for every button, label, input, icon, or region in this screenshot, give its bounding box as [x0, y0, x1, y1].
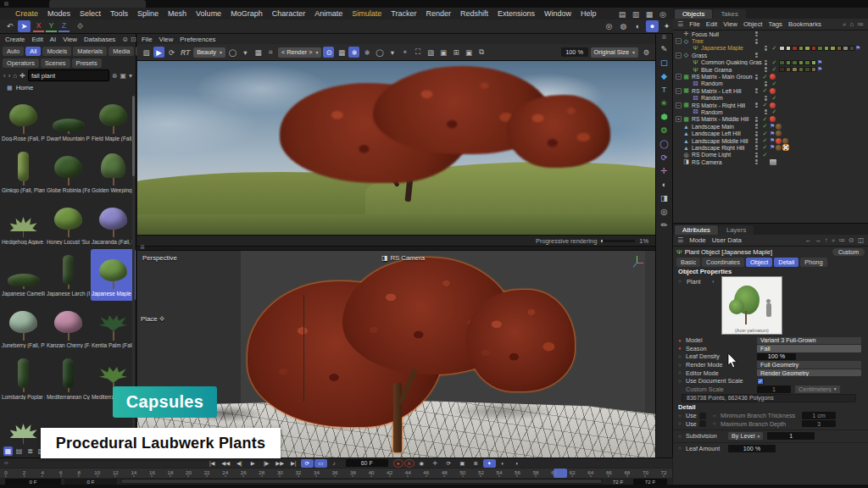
material-icon[interactable]: ✏: [656, 219, 672, 231]
param-value[interactable]: 1 cm: [802, 412, 836, 419]
objects-menu-item[interactable]: Object: [743, 20, 763, 28]
custom-scale-field[interactable]: 1: [757, 385, 791, 393]
material-swatch[interactable]: [830, 46, 836, 52]
image-icon[interactable]: ▣: [437, 47, 448, 58]
range-start-field2[interactable]: 0 F: [64, 479, 117, 485]
RS Matrix - Right Hill[interactable]: − ▦ RS Matrix - Right Hill ✓: [673, 102, 868, 108]
place-tool-label[interactable]: Place ✥: [141, 315, 164, 323]
timeline-ruler[interactable]: 0246810121416182022242628303234363840424…: [0, 468, 672, 478]
deformer-icon[interactable]: ⚙: [656, 124, 672, 136]
tag-strip[interactable]: ⚑: [779, 59, 868, 66]
Focus Null[interactable]: ✛ Focus Null ✓: [673, 30, 868, 37]
account-icon[interactable]: ◎: [658, 9, 668, 19]
render-view-icon[interactable]: ▤: [617, 9, 627, 19]
Common Quaking Grass[interactable]: Ψ Common Quaking Grass ✓ ⚑: [673, 59, 868, 66]
material-swatch[interactable]: [837, 46, 843, 52]
expand-icon[interactable]: ⛶: [412, 47, 423, 58]
list-view-icon[interactable]: ▤: [14, 446, 24, 456]
render-settings-icon[interactable]: ▦: [644, 9, 654, 19]
objects-menu-item[interactable]: Tags: [769, 20, 782, 28]
Honey Locust 'Sunbur...[interactable]: Honey Locust 'Sunbur...: [46, 197, 91, 249]
spline-text-icon[interactable]: T: [656, 83, 672, 96]
search-icon[interactable]: ⌕: [843, 20, 846, 29]
attributes-menu-item[interactable]: User Data: [712, 236, 742, 244]
enabled-check-icon[interactable]: ✓: [760, 74, 770, 80]
attribute-section-tab[interactable]: Object: [746, 258, 772, 267]
Dog-Rose (Fall, Plant)[interactable]: Dog-Rose (Fall, Plant): [1, 94, 46, 146]
objects-tab[interactable]: Takes: [713, 9, 745, 19]
menu-item[interactable]: Modes: [47, 9, 70, 18]
objects-menu-item[interactable]: File: [689, 20, 700, 28]
tag-strip[interactable]: ⚑: [770, 130, 868, 137]
picker-icon[interactable]: ◯: [374, 47, 385, 58]
asset-tab[interactable]: All: [25, 47, 41, 56]
gear-icon[interactable]: ⚙: [641, 47, 652, 58]
attribute-section-tab[interactable]: Phong: [800, 258, 826, 267]
RS Matrix - Left Hill[interactable]: − ▦ RS Matrix - Left Hill ✓: [673, 87, 868, 94]
asset-menu-item[interactable]: Edit: [31, 36, 42, 43]
object-name[interactable]: Random: [701, 95, 762, 101]
rigidbody-icon[interactable]: ●: [646, 20, 659, 32]
visibility-dots[interactable]: [753, 138, 760, 143]
menu-item[interactable]: MoGraph: [231, 9, 263, 18]
record-icon[interactable]: ●: [393, 459, 403, 468]
menu-item[interactable]: Character: [272, 9, 306, 18]
search-options-icon[interactable]: ▾: [129, 72, 132, 80]
material-swatch[interactable]: [824, 46, 830, 52]
Japanese Maple[interactable]: Ψ Japanese Maple ✓ ⚑: [673, 45, 868, 52]
dock-icon[interactable]: ⊡: [131, 36, 136, 44]
annotation-tag-icon[interactable]: ⚑: [770, 123, 775, 130]
tag-strip[interactable]: [770, 159, 868, 165]
viewport-camera-menu[interactable]: ◨ RS Camera: [381, 254, 425, 262]
visibility-dots[interactable]: [762, 96, 770, 101]
autokey-icon[interactable]: A: [404, 459, 415, 468]
material-swatch[interactable]: [786, 46, 792, 52]
Blue Grama[interactable]: Ψ Blue Grama ✓ ⚑: [673, 66, 868, 73]
document-tab[interactable]: [49, 0, 146, 8]
Hedgehog Agave (Fall...[interactable]: Hedgehog Agave (Fall...: [1, 197, 46, 249]
Landscape Main[interactable]: ▲ Landscape Main ✓ ⚑: [673, 123, 868, 130]
enabled-check-icon[interactable]: ✓: [760, 144, 770, 151]
copy-icon[interactable]: ⧉: [476, 47, 487, 58]
next-frame-icon[interactable]: |▶: [260, 459, 273, 468]
pla-key-icon[interactable]: ✦: [483, 459, 496, 468]
asset-tab[interactable]: Media: [108, 47, 134, 56]
RS Matrix - Main Ground[interactable]: − ▦ RS Matrix - Main Ground ✓: [673, 73, 868, 80]
use-document-scale-checkbox[interactable]: ✓: [757, 378, 764, 385]
enabled-check-icon[interactable]: ✓: [770, 108, 779, 115]
compare-icon[interactable]: ❄: [361, 47, 372, 58]
asset-subtab[interactable]: Operators: [3, 58, 39, 68]
generator-icon[interactable]: ✳: [656, 97, 672, 109]
visibility-dots[interactable]: [753, 152, 760, 158]
asset-menu-item[interactable]: Databases: [84, 36, 115, 43]
visibility-dots[interactable]: [753, 145, 760, 150]
enabled-check-icon[interactable]: ✓: [760, 123, 770, 130]
render-view-menu[interactable]: File: [142, 36, 153, 43]
annotation-tag-icon[interactable]: ⚑: [817, 59, 822, 66]
range-end-field[interactable]: 72 F: [633, 479, 667, 485]
brown-tag-icon[interactable]: [782, 138, 788, 144]
panel-menu-icon[interactable]: ☰: [677, 236, 683, 244]
object-name[interactable]: Focus Null: [692, 31, 753, 37]
menu-item[interactable]: Window: [544, 9, 571, 18]
next-key-icon[interactable]: ▶▶: [274, 459, 287, 468]
loop-icon[interactable]: ⟳: [301, 459, 314, 468]
menu-item[interactable]: Tools: [110, 9, 128, 18]
layout-icon[interactable]: ⊜: [122, 36, 128, 44]
axis-lock-button[interactable]: Z: [58, 21, 70, 32]
collider-icon[interactable]: ✦: [660, 20, 673, 32]
render-view-menu[interactable]: View: [159, 36, 174, 43]
Random[interactable]: ⚄ Random ✓: [673, 95, 868, 102]
brownx-tag-icon[interactable]: [782, 144, 789, 151]
goto-end-icon[interactable]: ▶|: [287, 459, 300, 468]
param-value[interactable]: Render Geometry: [757, 369, 861, 377]
annotation-tag-icon[interactable]: ⚑: [770, 137, 775, 144]
range-slider[interactable]: [120, 479, 603, 484]
material-swatch[interactable]: [798, 60, 804, 66]
constraint-icon[interactable]: ✛: [656, 164, 672, 177]
filter-icon[interactable]: ▨: [425, 47, 436, 58]
RS Matrix - Middle Hill[interactable]: + ▦ RS Matrix - Middle Hill ✓: [673, 116, 868, 123]
attribute-section-tab[interactable]: Basic: [676, 258, 700, 267]
capsule-icon[interactable]: ▢: [656, 56, 672, 69]
expander-icon[interactable]: −: [676, 38, 682, 44]
